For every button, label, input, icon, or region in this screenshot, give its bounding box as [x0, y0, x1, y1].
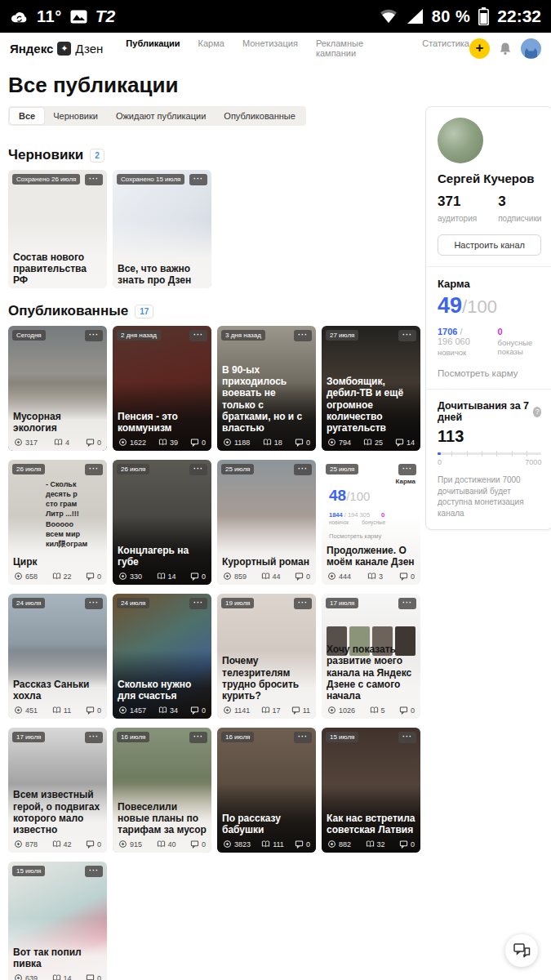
battery-percent: 80 %	[432, 7, 471, 26]
status-clock: 22:32	[497, 7, 541, 26]
card-menu-button[interactable]: ···	[85, 464, 103, 475]
card-menu-button[interactable]: ···	[189, 732, 207, 743]
chat-bubbles-icon	[513, 943, 531, 959]
published-count-badge: 17	[135, 305, 153, 318]
card-stats: 915 40 0	[113, 838, 211, 853]
card-date-badge: Сохранено 26 июля	[12, 174, 80, 185]
published-card[interactable]: 16 июля ···По рассказу бабушки 3823 111 …	[217, 728, 316, 853]
nav-karma[interactable]: Карма	[198, 38, 224, 58]
tab-all[interactable]: Все	[10, 108, 44, 124]
card-menu-button[interactable]: ···	[398, 598, 416, 609]
tab-pending[interactable]: Ожидают публикации	[107, 108, 215, 124]
published-card[interactable]: 15 июля ···Вот так попил пивка 639 14 0	[8, 862, 107, 980]
card-stats: 317 4 0	[8, 436, 107, 451]
karma-widget: Карма 49/100 1706 / 196 060 новичок 0 бо…	[426, 266, 551, 389]
comments-icon	[190, 840, 199, 849]
card-stats: 859 44 0	[217, 570, 316, 585]
published-card[interactable]: 27 июля ···Зомбоящик, дебил-ТВ и ещё огр…	[322, 326, 420, 451]
card-date-badge: 27 июля	[326, 330, 358, 341]
help-icon[interactable]: ?	[533, 407, 541, 417]
user-avatar[interactable]	[521, 38, 541, 59]
card-menu-button[interactable]: ···	[294, 598, 312, 609]
views-icon	[14, 706, 23, 715]
create-post-button[interactable]: +	[469, 38, 490, 59]
card-menu-button[interactable]: ···	[189, 330, 207, 341]
card-title: По рассказу бабушки	[217, 813, 316, 838]
card-title: Хочу показать развитие моего канала на Я…	[322, 644, 420, 704]
reads-title: Дочитывания за 7 дней	[438, 400, 533, 423]
reads-icon	[370, 706, 379, 715]
published-card[interactable]: 3 дня назад ···В 90-ых приходилось воева…	[217, 326, 316, 451]
nav-ad-campaigns[interactable]: Рекламные кампании	[316, 38, 404, 58]
reads-icon	[263, 438, 272, 447]
channel-avatar[interactable]	[438, 118, 483, 163]
published-card[interactable]: 16 июля ···Повеселили новые планы по тар…	[113, 728, 211, 853]
tab-published[interactable]: Опубликованные	[215, 108, 304, 124]
scale-max: 7000	[525, 458, 541, 466]
published-card[interactable]: 19 июля ···Почему телезрителям трудно бр…	[217, 594, 316, 719]
card-date-badge: 17 июля	[326, 598, 358, 608]
carrier-logo: T2	[96, 7, 116, 26]
card-date-badge: 24 июля	[12, 598, 45, 608]
comments-icon	[86, 438, 95, 447]
yandex-zen-logo[interactable]: Яндекс ✦ Дзен	[10, 42, 103, 56]
views-icon	[14, 840, 23, 849]
support-chat-button[interactable]	[505, 934, 538, 967]
card-menu-button[interactable]: ···	[189, 174, 207, 185]
view-karma-link[interactable]: Посмотреть карму	[438, 368, 541, 378]
views-icon	[327, 572, 336, 581]
card-menu-button[interactable]: ···	[294, 464, 312, 475]
card-title: Пенсия - это коммунизм	[113, 411, 211, 436]
card-menu-button[interactable]: ···	[189, 464, 207, 475]
draft-card[interactable]: Сохранено 15 июля ···Все, что важно знат…	[113, 170, 211, 288]
nav-publications[interactable]: Публикации	[126, 38, 180, 58]
draft-card[interactable]: Сохранено 26 июля ···Состав нового прави…	[8, 170, 107, 288]
configure-channel-button[interactable]: Настроить канал	[438, 234, 541, 256]
reads-icon	[52, 840, 61, 849]
published-card[interactable]: 17 июля ···Всем известный герой, о подви…	[8, 728, 107, 853]
scale-min: 0	[438, 458, 442, 466]
filter-tabs: Все Черновики Ожидают публикации Опублик…	[8, 106, 306, 126]
views-icon	[223, 572, 232, 581]
android-status-bar: 11° T2 80 % 22:32	[0, 0, 551, 33]
notifications-bell-icon[interactable]	[499, 42, 512, 56]
published-card[interactable]: 2 дня назад ···Пенсия - это коммунизм 16…	[113, 326, 211, 451]
card-stats: 1188 18 0	[217, 436, 316, 451]
published-card[interactable]: 26 июля ···Концлагерь на губе 330 14 0	[113, 460, 211, 585]
card-title: Все, что важно знать про Дзен	[113, 263, 211, 288]
published-section-title: Опубликованные	[8, 303, 128, 319]
nav-statistics[interactable]: Статистика	[422, 38, 469, 58]
main-nav: Публикации Карма Монетизация Рекламные к…	[126, 38, 469, 58]
published-card[interactable]: 25 июля ··· Карма 48/100 1844 / 194 3050…	[322, 460, 420, 585]
published-card[interactable]: 24 июля ···Сколько нужно для счастья 145…	[113, 594, 211, 719]
tab-drafts[interactable]: Черновики	[44, 108, 107, 124]
card-menu-button[interactable]: ···	[189, 598, 207, 609]
card-menu-button[interactable]: ···	[398, 330, 416, 341]
card-menu-button[interactable]: ···	[398, 464, 416, 475]
reads-widget: Дочитывания за 7 дней ? 113 0 7000 При д…	[426, 389, 551, 529]
nav-monetization[interactable]: Монетизация	[242, 38, 298, 58]
published-card[interactable]: 24 июля ···Рассказ Саньки хохла 451 11 0	[8, 594, 107, 719]
card-menu-button[interactable]: ···	[85, 732, 103, 743]
gallery-icon	[70, 10, 87, 24]
card-stats: 330 14 0	[113, 570, 211, 585]
published-card[interactable]: 17 июля ···Хочу показать развитие моего …	[322, 594, 420, 719]
published-card[interactable]: 15 июля ···Как нас встретила советская Л…	[322, 728, 420, 853]
card-title: Зомбоящик, дебил-ТВ и ещё огромное колич…	[322, 376, 420, 436]
card-title: Цирк	[8, 556, 107, 570]
card-menu-button[interactable]: ···	[85, 866, 103, 877]
card-menu-button[interactable]: ···	[85, 330, 103, 341]
comments-icon	[295, 840, 304, 849]
weather-app-icon	[10, 7, 29, 26]
published-card[interactable]: 26 июля ···- Сколькдесять рсто грамЛитр …	[8, 460, 107, 585]
published-card[interactable]: Сегодня ···Мусорная экология 317 4 0	[8, 326, 107, 451]
card-menu-button[interactable]: ···	[398, 732, 416, 743]
card-menu-button[interactable]: ···	[85, 598, 103, 609]
card-menu-button[interactable]: ···	[294, 330, 312, 341]
card-stats: 1026 5 0	[322, 704, 420, 719]
published-card[interactable]: 25 июля ···Курортный роман 859 44 0	[217, 460, 316, 585]
views-icon	[118, 572, 127, 581]
card-menu-button[interactable]: ···	[294, 732, 312, 743]
comments-icon	[190, 572, 199, 581]
card-menu-button[interactable]: ···	[85, 174, 103, 185]
